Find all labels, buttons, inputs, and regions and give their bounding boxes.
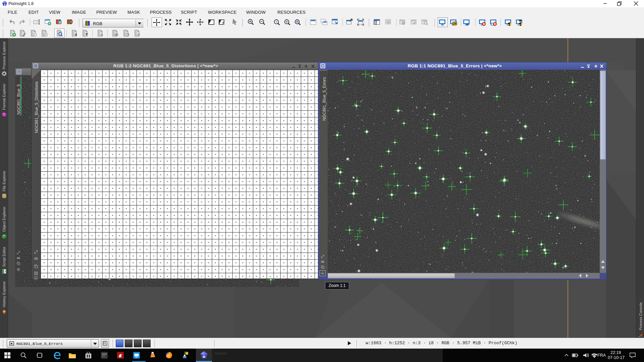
svg-text:24: 24 xyxy=(453,22,457,25)
